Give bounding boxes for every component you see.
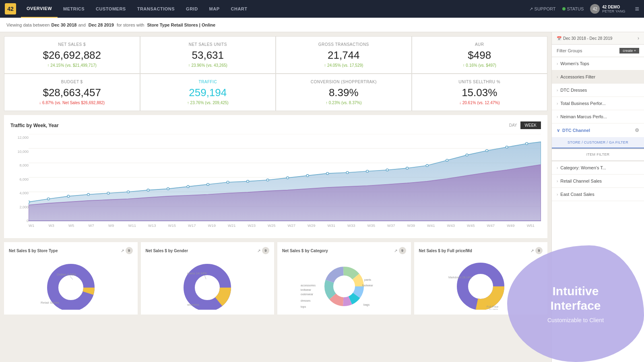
chart-category-title: Net Sales $ by Category ↗ 9 [282,247,406,254]
user-menu[interactable]: 42 42 DEMO PETER YANG [590,4,625,14]
kpi-gross-transactions: GROSS TRANSACTIONS 21,744 ↑ 24.05% (vs. … [276,37,411,73]
kpi-sellthru-label: UNITS SELLTHRU % [420,80,539,84]
sidebar-item-label: East Coast Sales [560,192,639,197]
kpi-traffic-change: ↑ 23.76% (vs. 209,425) [149,101,268,105]
svg-text:W33: W33 [347,224,355,228]
nav-map[interactable]: MAP [204,0,225,18]
kpi-units-sellthru: UNITS SELLTHRU % 15.03% ↓ 20.61% (vs. 12… [412,74,547,111]
nav-right: ↗ SUPPORT STATUS 42 42 DEMO PETER YANG ≡ [529,4,639,14]
sidebar-item-retail-channel[interactable]: › Retail Channel Sales [552,175,644,188]
kpi-net-units-change: ↑ 23.96% (vs. 43,265) [149,63,268,68]
sidebar-item-east-coast[interactable]: › East Coast Sales [552,188,644,201]
svg-text:W13: W13 [148,224,156,228]
gear-icon[interactable]: ⚙ [635,128,639,133]
nav-customers[interactable]: CUSTOMERS [90,0,132,18]
kpi-sellthru-value: 15.03% [420,86,539,99]
svg-point-21 [306,175,309,177]
svg-point-25 [386,169,388,171]
kpi-aur-change: ↑ 0.16% (vs. $497) [420,63,539,68]
export-icon-3[interactable]: ↗ [530,249,534,253]
kpi-net-units-value: 53,631 [149,49,268,62]
svg-point-61 [64,281,78,294]
status-indicator: STATUS [562,6,584,11]
sidebar-item-filter-bar: ITEM FILTER [552,149,644,161]
svg-text:womens: womens [187,303,199,306]
svg-text:dresses: dresses [301,299,311,302]
svg-text:W49: W49 [507,224,514,228]
svg-point-14 [167,188,169,190]
sidebar-item-total-business[interactable]: › Total Business Perfor... [552,97,644,110]
chart-store-type: Net Sales $ by Store Type ↗ 9 Online 4.6… [4,242,138,315]
kpi-budget-label: BUDGET $ [12,80,132,84]
svg-point-10 [87,193,90,195]
svg-text:W41: W41 [427,224,435,228]
card-badge-2: 9 [399,247,406,254]
card-badge-1: 9 [262,247,269,254]
kpi-net-sales-label: NET SALES $ [12,42,132,47]
kpi-conversion-label: CONVERSION (SHOPPERTRAK) [284,80,403,84]
kpi-aur-value: $498 [420,49,539,62]
svg-text:W3: W3 [49,224,54,228]
svg-line-63 [70,276,73,280]
sidebar-section-header-dtc[interactable]: ∨ DTC Channel ⚙ [552,123,644,137]
menu-button[interactable]: ≡ [635,5,639,13]
sidebar-item-category-womens[interactable]: › Category: Women's T... [552,161,644,175]
chevron-icon: › [557,62,558,66]
export-icon-2[interactable]: ↗ [394,249,397,253]
y-label-1: 10,000 [10,150,29,154]
svg-text:W35: W35 [367,224,375,228]
y-label-2: 8,000 [10,163,29,167]
logo: 42 [5,3,16,14]
sidebar-item-neiman-marcus[interactable]: › Neiman Marcus Perfo... [552,110,644,123]
svg-text:W5: W5 [68,224,74,228]
svg-text:W11: W11 [128,224,136,228]
tab-store-customer-ga[interactable]: STORE / CUSTOMER / GA FILTER [552,137,644,148]
svg-text:pants: pants [364,278,372,282]
sidebar-tab-bar: STORE / CUSTOMER / GA FILTER [552,137,644,149]
y-axis: 12,000 10,000 8,000 6,000 4,000 2,000 0 [10,134,29,232]
sidebar-item-womens-tops[interactable]: › Women's Tops [552,57,644,70]
chart-day-label[interactable]: DAY [509,123,517,128]
chart-week-button[interactable]: WEEK [520,121,541,129]
nav-transactions[interactable]: TRANSACTIONS [132,0,180,18]
kpi-budget-change: ↓ 6.87% (vs. Net Sales $26,692,882) [12,101,132,105]
sidebar-item-dtc-dresses[interactable]: › DTC Dresses [552,84,644,97]
svg-text:W47: W47 [487,224,495,228]
nav-overview[interactable]: OVERVIEW [21,0,58,18]
svg-point-90 [474,280,487,293]
nav-grid[interactable]: GRID [180,0,204,18]
svg-text:W39: W39 [407,224,415,228]
svg-point-24 [366,170,369,172]
sidebar-item-label: DTC Dresses [560,88,639,93]
create-button[interactable]: create + [619,48,639,53]
chevron-icon: › [557,166,558,170]
export-icon-0[interactable]: ↗ [121,249,124,253]
svg-text:bags: bags [363,303,370,306]
nav-chart[interactable]: CHART [225,0,253,18]
tab-item-filter[interactable]: ITEM FILTER [552,149,644,160]
kpi-net-units-label: NET SALES UNITS [149,42,268,47]
sidebar-date-arrow[interactable]: › [638,35,639,41]
user-sub: PETER YANG [602,9,625,13]
kpi-gross-tx-label: GROSS TRANSACTIONS [284,42,403,47]
chart-store-type-title: Net Sales $ by Store Type ↗ 9 [9,247,133,254]
kpi-net-units: NET SALES UNITS 53,631 ↑ 23.96% (vs. 43,… [140,37,276,73]
chevron-icon: › [557,75,558,79]
svg-text:tops: tops [301,305,306,309]
svg-text:71.86%: 71.86% [489,309,498,310]
sidebar-item-accessories[interactable]: › Accessories Filter [552,70,644,84]
svg-point-22 [326,172,329,174]
chevron-icon: › [557,101,558,106]
y-label-5: 2,000 [10,205,29,209]
area-chart: W1 W3 W5 W7 W9 W11 W13 W15 W17 W19 W21 W… [29,134,541,232]
svg-text:W45: W45 [467,224,475,228]
sidebar-date: 📅 Dec 30 2018 - Dec 28 2019 [557,36,612,41]
user-name: 42 DEMO [602,5,625,9]
nav-metrics[interactable]: METRICS [58,0,90,18]
filter-groups-label: Filter Groups [557,48,582,53]
export-icon-1[interactable]: ↗ [257,249,260,253]
svg-point-79 [338,280,351,293]
svg-point-27 [426,165,428,167]
svg-text:Markdown 28.14%: Markdown 28.14% [448,276,472,279]
support-link[interactable]: ↗ SUPPORT [529,6,556,12]
